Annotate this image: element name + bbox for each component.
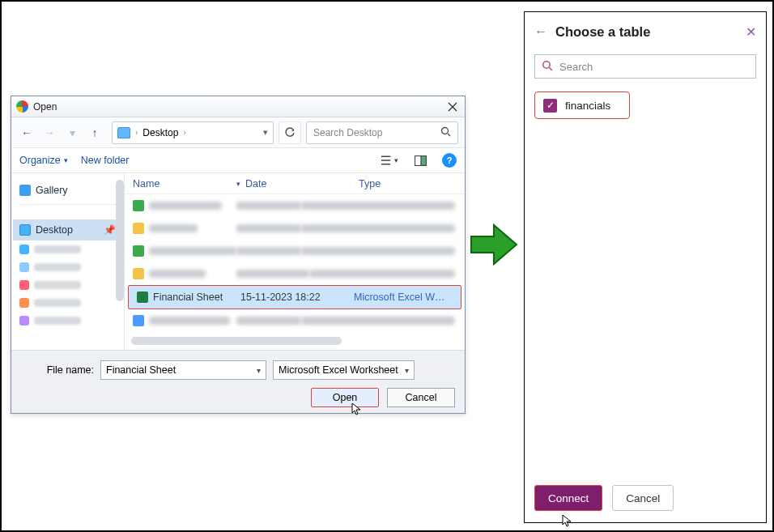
connect-button[interactable]: Connect <box>534 485 602 511</box>
search-icon <box>542 60 553 74</box>
tree-label: Desktop <box>36 224 73 236</box>
navigation-tree: Gallery Desktop 📌 <box>11 173 125 350</box>
tree-item-desktop[interactable]: Desktop 📌 <box>13 219 122 240</box>
nav-toolbar: ← → ▾ ↑ › Desktop › ▾ Search Desktop <box>11 117 465 148</box>
svg-rect-2 <box>421 155 427 165</box>
file-type: Microsoft Excel W… <box>354 292 451 303</box>
close-button[interactable]: ✕ <box>746 24 756 40</box>
file-row[interactable] <box>125 262 465 285</box>
svg-point-3 <box>543 61 550 67</box>
pin-icon[interactable]: 📌 <box>104 224 116 236</box>
file-name-combo[interactable]: Financial Sheet ▾ <box>100 360 266 380</box>
file-row[interactable] <box>125 217 465 240</box>
breadcrumb-bar[interactable]: › Desktop › ▾ <box>112 121 274 144</box>
chevron-down-icon: ▾ <box>257 366 261 375</box>
up-button[interactable]: ↑ <box>86 124 104 142</box>
file-row[interactable] <box>125 240 465 262</box>
breadcrumb-text: Desktop <box>142 127 178 138</box>
app-icon <box>16 100 28 113</box>
column-name[interactable]: Name <box>125 178 236 189</box>
checkbox-checked-icon[interactable]: ✓ <box>543 99 557 113</box>
cancel-button[interactable]: Cancel <box>612 485 674 511</box>
file-list-header: Name ▾ Date Type <box>125 173 465 194</box>
organize-menu[interactable]: Organize <box>19 155 68 166</box>
column-date[interactable]: Date <box>245 178 359 189</box>
folder-icon <box>117 127 130 138</box>
panel-footer: Connect Cancel <box>534 485 756 511</box>
arrow-right-icon <box>470 220 518 269</box>
refresh-icon <box>284 127 296 138</box>
tree-separator <box>19 204 116 205</box>
choose-table-panel: ← Choose a table ✕ Search ✓ financials C… <box>524 11 767 523</box>
close-button[interactable] <box>445 100 460 114</box>
panel-header: ← Choose a table ✕ <box>534 20 756 43</box>
close-icon <box>448 102 457 112</box>
recent-dropdown-icon[interactable]: ▾ <box>63 124 81 142</box>
back-button[interactable]: ← <box>18 124 36 142</box>
dialog-title: Open <box>33 101 57 113</box>
file-name: Financial Sheet <box>153 292 223 303</box>
dialog-footer: File name: Financial Sheet ▾ Microsoft E… <box>11 350 465 413</box>
tree-scrollbar[interactable] <box>116 180 124 301</box>
chevron-down-icon[interactable]: ▾ <box>263 127 268 138</box>
chevron-down-icon: ▾ <box>405 366 409 375</box>
search-icon <box>440 126 451 139</box>
file-hscrollbar[interactable] <box>131 337 342 345</box>
file-name-value: Financial Sheet <box>106 364 176 376</box>
file-date: 15-11-2023 18:22 <box>240 292 354 303</box>
tree-item-gallery[interactable]: Gallery <box>13 180 122 201</box>
file-type-combo[interactable]: Microsoft Excel Worksheet ▾ <box>273 360 415 380</box>
file-type-value: Microsoft Excel Worksheet <box>279 364 398 376</box>
sort-indicator-icon: ▾ <box>236 180 240 188</box>
desktop-icon <box>19 224 31 236</box>
column-type[interactable]: Type <box>359 178 455 189</box>
svg-point-0 <box>442 127 449 134</box>
search-input[interactable]: Search Desktop <box>306 121 458 144</box>
view-menu[interactable]: ▾ <box>381 151 398 169</box>
search-placeholder: Search Desktop <box>313 127 382 138</box>
table-search-input[interactable]: Search <box>534 54 756 79</box>
gallery-icon <box>19 185 31 196</box>
help-button[interactable]: ? <box>442 153 457 168</box>
preview-pane-button[interactable] <box>411 151 429 169</box>
dialog-titlebar: Open <box>11 96 465 117</box>
file-row[interactable] <box>125 309 465 332</box>
table-label: financials <box>565 100 610 112</box>
new-folder-button[interactable]: New folder <box>81 155 130 166</box>
dialog-body: Gallery Desktop 📌 Name ▾ <box>11 172 465 350</box>
command-toolbar: Organize New folder ▾ ? <box>11 148 465 172</box>
excel-icon <box>137 292 148 303</box>
chevron-right-icon: › <box>135 128 138 137</box>
open-button[interactable]: Open <box>311 388 379 407</box>
file-name-label: File name: <box>21 364 94 376</box>
figure-canvas: Open ← → ▾ ↑ › Desktop › ▾ Search Deskto… <box>0 0 774 532</box>
forward-button[interactable]: → <box>40 124 58 142</box>
file-list: Name ▾ Date Type Financial Sheet <box>125 173 465 350</box>
search-placeholder: Search <box>559 61 593 73</box>
file-row-selected[interactable]: Financial Sheet 15-11-2023 18:22 Microso… <box>128 285 461 309</box>
tree-label: Gallery <box>36 185 68 196</box>
cancel-button[interactable]: Cancel <box>387 388 455 407</box>
back-button[interactable]: ← <box>534 24 547 39</box>
panel-title: Choose a table <box>555 24 738 40</box>
chevron-right-icon: › <box>183 128 185 137</box>
file-open-dialog: Open ← → ▾ ↑ › Desktop › ▾ Search Deskto… <box>11 96 466 414</box>
table-option-financials[interactable]: ✓ financials <box>534 92 630 119</box>
file-row[interactable] <box>125 194 465 217</box>
refresh-button[interactable] <box>279 121 301 144</box>
